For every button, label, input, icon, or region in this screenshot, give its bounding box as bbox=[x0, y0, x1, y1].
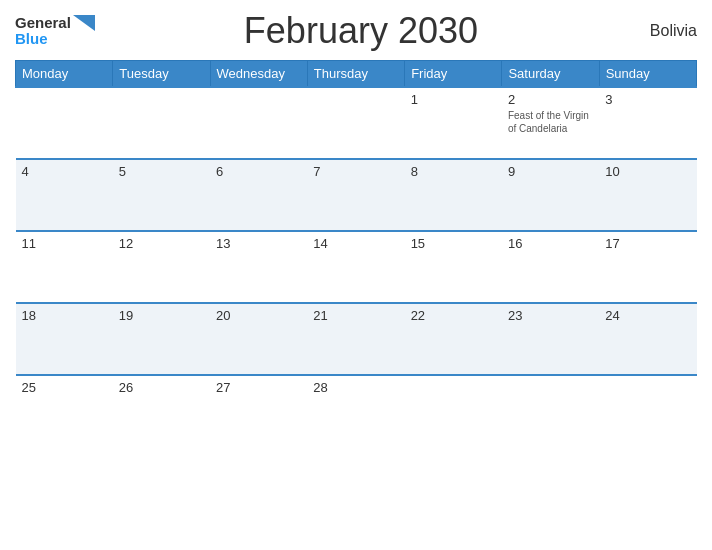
calendar-header: General Blue February 2030 Bolivia bbox=[15, 10, 697, 52]
calendar-title: February 2030 bbox=[244, 10, 478, 52]
calendar-cell: 8 bbox=[405, 159, 502, 231]
calendar-cell bbox=[307, 87, 404, 159]
logo: General Blue bbox=[15, 15, 95, 48]
week-row-2: 45678910 bbox=[16, 159, 697, 231]
day-number: 10 bbox=[605, 164, 690, 179]
day-number: 13 bbox=[216, 236, 301, 251]
week-row-5: 25262728 bbox=[16, 375, 697, 447]
calendar-cell: 6 bbox=[210, 159, 307, 231]
event-text: Feast of the Virgin of Candelaria bbox=[508, 109, 593, 135]
calendar-cell: 4 bbox=[16, 159, 113, 231]
calendar-cell: 12 bbox=[113, 231, 210, 303]
calendar-cell: 13 bbox=[210, 231, 307, 303]
day-number: 4 bbox=[22, 164, 107, 179]
day-number: 9 bbox=[508, 164, 593, 179]
calendar-table: Monday Tuesday Wednesday Thursday Friday… bbox=[15, 60, 697, 447]
day-number: 5 bbox=[119, 164, 204, 179]
day-number: 20 bbox=[216, 308, 301, 323]
country-label: Bolivia bbox=[627, 22, 697, 40]
calendar-cell: 28 bbox=[307, 375, 404, 447]
day-number: 27 bbox=[216, 380, 301, 395]
calendar-cell: 11 bbox=[16, 231, 113, 303]
day-number: 18 bbox=[22, 308, 107, 323]
header-wednesday: Wednesday bbox=[210, 61, 307, 88]
header-saturday: Saturday bbox=[502, 61, 599, 88]
calendar-cell: 10 bbox=[599, 159, 696, 231]
calendar-cell bbox=[502, 375, 599, 447]
day-number: 28 bbox=[313, 380, 398, 395]
calendar-cell: 23 bbox=[502, 303, 599, 375]
day-number: 3 bbox=[605, 92, 690, 107]
calendar-cell: 14 bbox=[307, 231, 404, 303]
day-number: 19 bbox=[119, 308, 204, 323]
calendar-cell: 17 bbox=[599, 231, 696, 303]
week-row-1: 12Feast of the Virgin of Candelaria3 bbox=[16, 87, 697, 159]
week-row-3: 11121314151617 bbox=[16, 231, 697, 303]
calendar-cell bbox=[113, 87, 210, 159]
calendar-cell: 25 bbox=[16, 375, 113, 447]
svg-marker-0 bbox=[73, 15, 95, 31]
calendar-cell: 1 bbox=[405, 87, 502, 159]
header-monday: Monday bbox=[16, 61, 113, 88]
calendar-cell bbox=[599, 375, 696, 447]
day-number: 7 bbox=[313, 164, 398, 179]
calendar-cell: 24 bbox=[599, 303, 696, 375]
calendar-cell bbox=[210, 87, 307, 159]
calendar-container: General Blue February 2030 Bolivia Monda… bbox=[0, 0, 712, 550]
day-number: 15 bbox=[411, 236, 496, 251]
calendar-cell: 16 bbox=[502, 231, 599, 303]
day-number: 21 bbox=[313, 308, 398, 323]
logo-blue-text: Blue bbox=[15, 31, 48, 48]
day-headers-row: Monday Tuesday Wednesday Thursday Friday… bbox=[16, 61, 697, 88]
calendar-cell: 19 bbox=[113, 303, 210, 375]
calendar-cell: 7 bbox=[307, 159, 404, 231]
calendar-cell bbox=[16, 87, 113, 159]
header-sunday: Sunday bbox=[599, 61, 696, 88]
header-friday: Friday bbox=[405, 61, 502, 88]
calendar-cell: 15 bbox=[405, 231, 502, 303]
calendar-cell: 2Feast of the Virgin of Candelaria bbox=[502, 87, 599, 159]
calendar-cell: 18 bbox=[16, 303, 113, 375]
logo-general-text: General bbox=[15, 15, 71, 32]
calendar-cell: 27 bbox=[210, 375, 307, 447]
day-number: 14 bbox=[313, 236, 398, 251]
day-number: 26 bbox=[119, 380, 204, 395]
day-number: 16 bbox=[508, 236, 593, 251]
calendar-cell: 9 bbox=[502, 159, 599, 231]
week-row-4: 18192021222324 bbox=[16, 303, 697, 375]
day-number: 22 bbox=[411, 308, 496, 323]
day-number: 24 bbox=[605, 308, 690, 323]
day-number: 11 bbox=[22, 236, 107, 251]
header-thursday: Thursday bbox=[307, 61, 404, 88]
calendar-cell: 5 bbox=[113, 159, 210, 231]
day-number: 17 bbox=[605, 236, 690, 251]
calendar-cell: 20 bbox=[210, 303, 307, 375]
day-number: 2 bbox=[508, 92, 593, 107]
calendar-cell: 21 bbox=[307, 303, 404, 375]
calendar-cell bbox=[405, 375, 502, 447]
header-tuesday: Tuesday bbox=[113, 61, 210, 88]
day-number: 25 bbox=[22, 380, 107, 395]
day-number: 8 bbox=[411, 164, 496, 179]
calendar-cell: 3 bbox=[599, 87, 696, 159]
day-number: 1 bbox=[411, 92, 496, 107]
day-number: 6 bbox=[216, 164, 301, 179]
logo-icon bbox=[73, 15, 95, 31]
day-number: 23 bbox=[508, 308, 593, 323]
day-number: 12 bbox=[119, 236, 204, 251]
calendar-cell: 22 bbox=[405, 303, 502, 375]
calendar-cell: 26 bbox=[113, 375, 210, 447]
